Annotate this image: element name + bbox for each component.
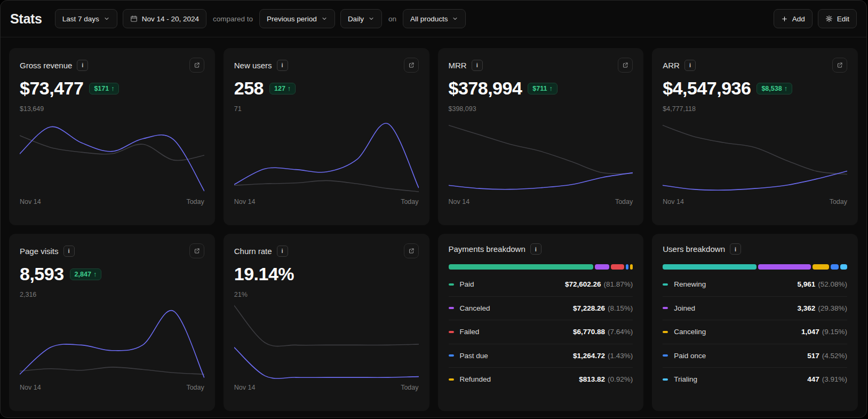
date-range-button[interactable]: Nov 14 - 20, 2024 xyxy=(123,9,206,28)
metric-card-page-visits: Page visits i 8,593 2,847↑ 2,316 Nov 14T… xyxy=(9,234,215,411)
up-arrow-icon: ↑ xyxy=(288,85,291,92)
series-color-dash xyxy=(449,283,454,286)
stats-page: Stats Last 7 days Nov 14 - 20, 2024 comp… xyxy=(0,0,867,418)
breakdown-label: Refunded xyxy=(460,375,491,383)
breakdown-row: Trialing 447(3.91%) xyxy=(663,367,847,391)
compared-to-label: compared to xyxy=(213,15,253,23)
chart-axis: Nov 14Today xyxy=(234,384,419,391)
metric-value: 19.14% xyxy=(234,264,294,284)
bar-segment xyxy=(595,264,609,270)
chevron-down-icon xyxy=(103,15,110,22)
breakdown-value: $813.82(0.92%) xyxy=(579,375,633,383)
breakdown-label: Renewing xyxy=(674,280,706,288)
external-link-icon[interactable] xyxy=(404,243,419,258)
edit-button[interactable]: Edit xyxy=(818,9,857,28)
chart-max-label: $13,649 xyxy=(20,105,204,113)
range-dropdown[interactable]: Last 7 days xyxy=(55,9,117,28)
up-arrow-icon: ↑ xyxy=(93,271,97,278)
delta-badge: 127↑ xyxy=(269,83,296,94)
granularity-dropdown[interactable]: Daily xyxy=(340,9,382,28)
breakdown-label: Failed xyxy=(460,328,480,336)
chevron-down-icon xyxy=(321,15,328,22)
metric-card-arr: ARR i $4,547,936 $8,538↑ $4,777,118 Nov … xyxy=(652,48,858,225)
series-color-dash xyxy=(449,354,454,357)
mrr-chart xyxy=(449,116,633,195)
info-icon[interactable]: i xyxy=(77,60,88,71)
card-title: Users breakdown xyxy=(663,244,725,254)
external-link-icon[interactable] xyxy=(618,58,633,73)
gross-revenue-chart xyxy=(20,116,204,195)
edit-button-label: Edit xyxy=(837,15,849,23)
breakdown-label: Past due xyxy=(460,352,488,360)
series-color-dash xyxy=(663,378,668,381)
chart-axis: Nov 14Today xyxy=(234,198,419,205)
breakdown-row: Failed $6,770.88(7.64%) xyxy=(449,320,633,344)
info-icon[interactable]: i xyxy=(530,243,541,255)
breakdown-value: 447(3.91%) xyxy=(807,375,847,383)
breakdown-value: 1,047(9.15%) xyxy=(801,328,847,336)
external-link-icon[interactable] xyxy=(832,58,847,73)
breakdown-row: Refunded $813.82(0.92%) xyxy=(449,367,633,391)
card-title: Payments breakdown xyxy=(449,244,525,254)
card-title: Page visits xyxy=(20,247,59,256)
metric-value: $4,547,936 xyxy=(663,78,751,99)
info-icon[interactable]: i xyxy=(472,60,483,71)
chart-max-label: 2,316 xyxy=(20,291,204,298)
compare-dropdown[interactable]: Previous period xyxy=(259,9,335,28)
info-icon[interactable]: i xyxy=(63,246,75,257)
breakdown-value: 517(4.52%) xyxy=(807,352,847,360)
granularity-dropdown-label: Daily xyxy=(348,15,364,23)
metric-card-gross-revenue: Gross revenue i $73,477 $171↑ $13,649 No… xyxy=(9,48,215,225)
info-icon[interactable]: i xyxy=(730,243,741,255)
external-link-icon[interactable] xyxy=(189,58,204,73)
breakdown-row: Paid once 517(4.52%) xyxy=(663,344,847,368)
info-icon[interactable]: i xyxy=(277,60,288,71)
bar-segment xyxy=(831,264,839,270)
series-color-dash xyxy=(449,378,454,381)
chart-axis: Nov 14Today xyxy=(20,198,204,205)
products-dropdown[interactable]: All products xyxy=(403,9,466,28)
payments-stacked-bar xyxy=(449,264,633,270)
breakdown-value: $1,264.72(1.43%) xyxy=(573,352,633,360)
users-stacked-bar xyxy=(663,264,847,270)
breakdown-label: Paid xyxy=(460,280,474,288)
users-breakdown-card: Users breakdown i Renewing 5,961(52.08%)… xyxy=(652,234,858,411)
up-arrow-icon: ↑ xyxy=(784,85,787,92)
chart-max-label: $4,777,118 xyxy=(663,105,847,113)
info-icon[interactable]: i xyxy=(277,246,288,257)
info-icon[interactable]: i xyxy=(684,60,696,71)
add-button-label: Add xyxy=(792,15,805,23)
metric-value: 8,593 xyxy=(20,264,64,284)
card-title: ARR xyxy=(663,61,680,70)
products-dropdown-label: All products xyxy=(410,15,448,23)
metric-value: 258 xyxy=(234,78,264,99)
breakdown-row: Renewing 5,961(52.08%) xyxy=(663,273,847,296)
header: Stats Last 7 days Nov 14 - 20, 2024 comp… xyxy=(1,1,866,37)
breakdown-value: $6,770.88(7.64%) xyxy=(573,328,633,336)
chart-max-label: 21% xyxy=(234,291,419,298)
breakdown-row: Joined 3,362(29.38%) xyxy=(663,296,847,320)
gear-icon xyxy=(825,15,833,22)
delta-badge: 2,847↑ xyxy=(70,268,102,280)
chevron-down-icon xyxy=(452,15,458,22)
series-color-dash xyxy=(663,354,668,357)
bar-segment xyxy=(611,264,624,270)
add-button[interactable]: Add xyxy=(774,9,813,28)
breakdown-value: 3,362(29.38%) xyxy=(797,304,847,312)
chart-axis: Nov 14Today xyxy=(20,384,204,391)
on-label: on xyxy=(388,15,396,23)
card-title: Gross revenue xyxy=(20,61,72,70)
breakdown-label: Joined xyxy=(674,304,695,312)
up-arrow-icon: ↑ xyxy=(111,85,114,92)
bar-segment xyxy=(449,264,593,270)
series-color-dash xyxy=(663,331,668,333)
series-color-dash xyxy=(449,307,454,309)
series-color-dash xyxy=(663,307,668,309)
breakdown-label: Canceling xyxy=(674,328,706,336)
external-link-icon[interactable] xyxy=(404,58,419,73)
compare-dropdown-label: Previous period xyxy=(267,15,317,23)
external-link-icon[interactable] xyxy=(189,243,204,258)
payments-breakdown-card: Payments breakdown i Paid $72,602.26(81.… xyxy=(438,234,644,411)
breakdown-value: $7,228.26(8.15%) xyxy=(573,304,633,312)
metric-value: $378,994 xyxy=(449,78,522,99)
